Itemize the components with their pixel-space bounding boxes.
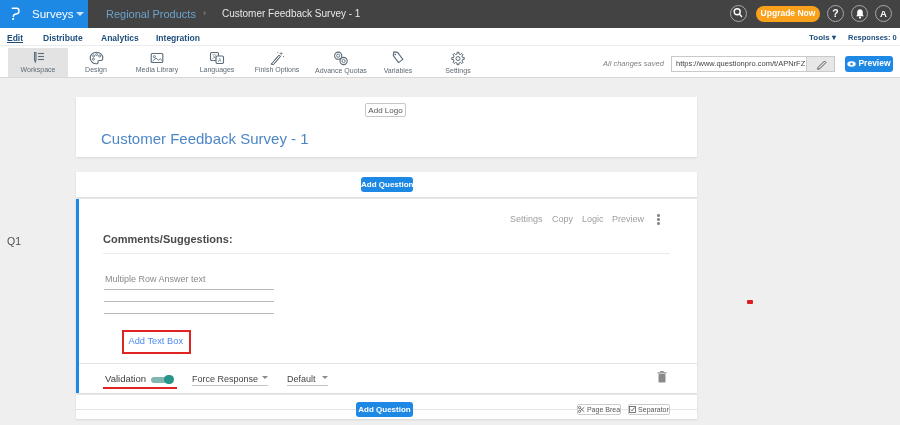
svg-text:文: 文 [212, 53, 218, 59]
